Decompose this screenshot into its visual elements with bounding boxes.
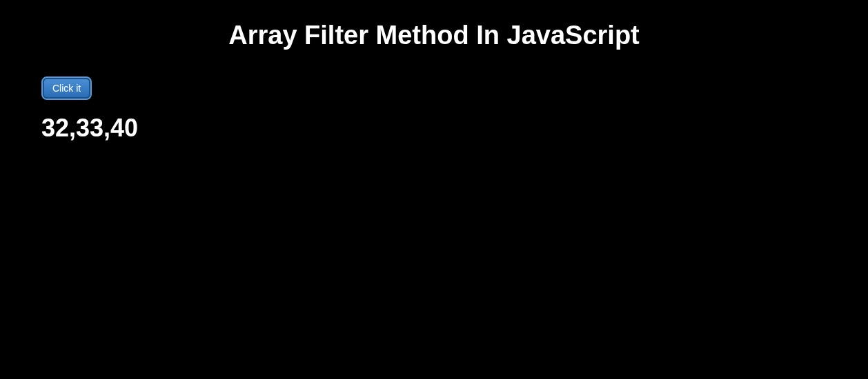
page-title: Array Filter Method In JavaScript — [41, 21, 827, 50]
page-container: Array Filter Method In JavaScript Click … — [0, 0, 868, 156]
controls-row: Click it — [43, 78, 827, 99]
result-output: 32,33,40 — [41, 114, 827, 143]
click-it-button[interactable]: Click it — [43, 78, 90, 99]
